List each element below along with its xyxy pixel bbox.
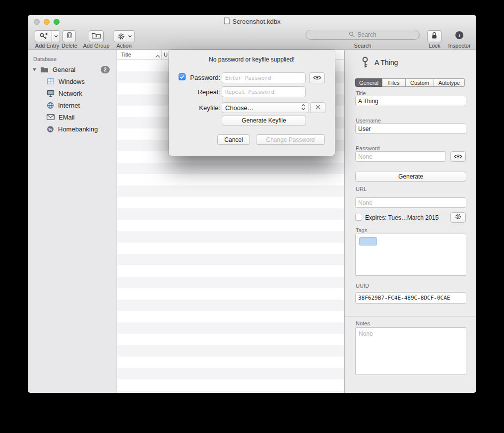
column-header-title[interactable]: Title — [121, 52, 131, 58]
uuid-field[interactable] — [355, 292, 466, 304]
envelope-icon — [47, 114, 55, 120]
sidebar-group-label: General — [53, 66, 75, 73]
tab-custom[interactable]: Custom — [405, 78, 434, 87]
window-title: Screenshot.kdbx — [233, 18, 281, 25]
password-field[interactable] — [355, 151, 446, 162]
tag-token — [359, 237, 377, 246]
username-label: Username — [356, 118, 381, 124]
sidebar-item-windows[interactable]: Windows — [28, 76, 117, 87]
uuid-label: UUID — [356, 283, 369, 289]
action-button[interactable] — [114, 30, 135, 42]
inspector-tabs: General Files Custom Autotype — [355, 78, 465, 87]
sidebar: Database General 2 Windows — [28, 50, 117, 393]
entry-title: A Thing — [375, 59, 398, 66]
search-label: Search — [348, 43, 378, 49]
popup-chevrons-icon — [301, 104, 306, 112]
gear-icon — [454, 213, 462, 222]
change-password-dialog: No password or keyfile supplied! Passwor… — [169, 50, 335, 156]
username-field[interactable] — [355, 124, 466, 134]
notes-label: Notes — [356, 320, 370, 326]
eye-icon — [454, 152, 462, 161]
sidebar-section-header: Database — [33, 56, 57, 62]
column-divider[interactable] — [161, 50, 162, 59]
generate-keyfile-button[interactable]: Generate Keyfile — [222, 116, 306, 125]
inspector-panel: A Thing General Files Custom Autotype Ti… — [344, 50, 476, 393]
add-group-icon — [91, 31, 101, 42]
dialog-password-label: Password: — [187, 74, 220, 81]
lock-label: Lock — [424, 43, 445, 49]
password-checkbox[interactable] — [179, 73, 186, 80]
eye-icon — [313, 73, 321, 82]
info-icon: i — [454, 30, 464, 42]
entry-count-badge: 2 — [101, 66, 110, 73]
change-password-button[interactable]: Change Password — [256, 134, 325, 145]
search-icon — [349, 31, 355, 39]
window-chrome: Screenshot.kdbx Add Entry Delete — [28, 15, 476, 50]
action-label: Action — [109, 43, 139, 49]
sidebar-item-label: EMail — [59, 114, 75, 121]
section-divider — [345, 316, 476, 316]
keyfile-popup-value: Choose… — [225, 104, 254, 112]
network-icon — [47, 90, 55, 97]
percent-coin-icon: % — [47, 125, 54, 133]
clear-keyfile-button[interactable] — [310, 102, 325, 113]
lock-icon — [431, 31, 438, 42]
url-field[interactable] — [355, 197, 466, 208]
chevron-down-icon — [128, 35, 134, 38]
sidebar-item-label: Windows — [59, 78, 85, 85]
folder-icon — [40, 66, 49, 73]
lock-button[interactable] — [427, 30, 441, 42]
add-group-button[interactable] — [89, 30, 104, 42]
svg-text:%: % — [49, 126, 53, 131]
dialog-repeat-input[interactable] — [222, 86, 306, 97]
show-password-button[interactable] — [450, 151, 466, 162]
delete-label: Delete — [59, 43, 80, 49]
inspector-label: Inspector — [444, 43, 474, 49]
sort-ascending-icon — [155, 53, 160, 59]
notes-field[interactable] — [355, 327, 466, 375]
sidebar-item-label: Homebanking — [58, 125, 98, 133]
key-icon — [360, 56, 371, 71]
title-field[interactable] — [355, 96, 466, 106]
titlebar: Screenshot.kdbx — [28, 15, 476, 28]
expires-label: Expires: Tues…March 2015 — [365, 214, 439, 221]
tags-field[interactable] — [355, 234, 466, 276]
checkmark-icon — [180, 72, 185, 81]
dialog-message: No password or keyfile supplied! — [169, 56, 335, 63]
gear-icon — [114, 31, 128, 42]
sidebar-item-internet[interactable]: Internet — [28, 100, 117, 111]
trash-icon — [65, 31, 73, 42]
windows-icon — [47, 78, 55, 85]
expires-checkbox[interactable] — [355, 214, 362, 221]
generate-password-button[interactable]: Generate — [355, 172, 466, 182]
url-label: URL — [356, 186, 367, 192]
tab-general[interactable]: General — [355, 78, 382, 87]
close-icon — [315, 103, 321, 112]
sidebar-item-email[interactable]: EMail — [28, 112, 117, 123]
column-header-username[interactable]: U — [164, 52, 168, 58]
dialog-repeat-label: Repeat: — [187, 88, 220, 96]
delete-button[interactable] — [63, 30, 76, 42]
globe-icon — [47, 102, 54, 109]
sidebar-group-general[interactable]: General 2 — [28, 64, 117, 75]
keyfile-popup[interactable]: Choose… — [222, 102, 309, 113]
tab-files[interactable]: Files — [382, 78, 406, 87]
chevron-down-icon — [52, 31, 60, 42]
cancel-button[interactable]: Cancel — [217, 134, 250, 145]
app-window: Screenshot.kdbx Add Entry Delete — [28, 15, 476, 393]
dialog-show-password-button[interactable] — [309, 72, 325, 83]
sidebar-item-network[interactable]: Network — [28, 88, 117, 99]
sidebar-item-label: Internet — [58, 102, 80, 109]
inspector-button[interactable]: i — [453, 31, 466, 42]
document-icon — [224, 17, 230, 26]
add-entry-button[interactable] — [35, 30, 60, 42]
sidebar-item-homebanking[interactable]: % Homebanking — [28, 124, 117, 134]
search-input[interactable]: Search — [306, 30, 420, 40]
disclosure-triangle-icon[interactable] — [32, 67, 37, 71]
key-plus-icon — [35, 31, 52, 42]
sidebar-item-label: Network — [59, 90, 82, 97]
dialog-password-input[interactable] — [222, 72, 306, 83]
tab-autotype[interactable]: Autotype — [434, 78, 465, 87]
tags-label: Tags — [356, 227, 367, 233]
expires-settings-button[interactable] — [450, 212, 466, 223]
